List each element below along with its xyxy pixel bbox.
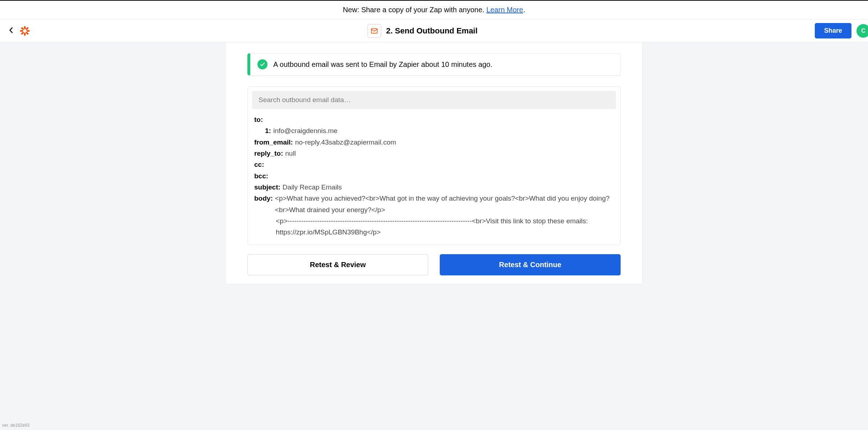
data-key: subject:	[254, 182, 280, 193]
data-list: to: 1: info@craigdennis.me from_email: n…	[252, 109, 616, 240]
data-key: cc:	[254, 159, 264, 170]
announcement-suffix: .	[523, 6, 525, 14]
svg-rect-6	[21, 27, 24, 30]
svg-rect-0	[24, 26, 26, 29]
svg-rect-7	[26, 31, 29, 35]
data-value: Daily Recap Emails	[283, 182, 342, 193]
data-key: reply_to:	[254, 148, 283, 159]
action-buttons: Retest & Review Retest & Continue	[247, 254, 621, 275]
avatar[interactable]: C	[856, 24, 868, 38]
data-value: null	[285, 148, 296, 159]
data-row-bcc: bcc:	[254, 170, 614, 182]
data-key: bcc:	[254, 170, 268, 182]
share-button[interactable]: Share	[815, 23, 851, 38]
data-row-from-email: from_email: no-reply.43sabz@zapiermail.c…	[254, 137, 614, 148]
data-key: body:	[254, 193, 273, 215]
svg-rect-3	[27, 30, 30, 32]
check-circle-icon	[257, 59, 268, 69]
announcement-text: New: Share a copy of your Zap with anyon…	[343, 6, 486, 14]
step-title: 2. Send Outbound Email	[386, 26, 478, 36]
data-value: <p>What have you achieved?<br>What got i…	[275, 193, 614, 215]
svg-rect-1	[24, 32, 26, 36]
data-row-subject: subject: Daily Recap Emails	[254, 182, 614, 193]
email-app-icon	[367, 24, 381, 38]
test-data-panel: to: 1: info@craigdennis.me from_email: n…	[247, 86, 621, 245]
success-message: A outbound email was sent to Email by Za…	[273, 60, 492, 69]
data-key: 1:	[265, 125, 271, 136]
data-value: no-reply.43sabz@zapiermail.com	[295, 137, 396, 148]
retest-continue-button[interactable]: Retest & Continue	[440, 254, 621, 275]
success-banner: A outbound email was sent to Email by Za…	[247, 53, 621, 76]
retest-review-button[interactable]: Retest & Review	[247, 254, 428, 275]
svg-rect-5	[21, 31, 24, 35]
data-row-body: body: <p>What have you achieved?<br>What…	[254, 193, 614, 238]
data-row-to-1: 1: info@craigdennis.me	[254, 125, 614, 136]
data-row-cc: cc:	[254, 159, 614, 170]
search-input[interactable]	[252, 91, 616, 109]
zapier-logo-icon[interactable]	[19, 26, 30, 36]
data-key: from_email:	[254, 137, 293, 148]
step-panel: A outbound email was sent to Email by Za…	[225, 42, 643, 284]
data-row-to: to:	[254, 114, 614, 125]
announcement-link[interactable]: Learn More	[486, 6, 523, 14]
svg-rect-4	[26, 27, 29, 30]
data-row-reply-to: reply_to: null	[254, 148, 614, 159]
data-value: info@craigdennis.me	[273, 125, 338, 136]
app-header: 2. Send Outbound Email Share C	[0, 19, 868, 42]
svg-rect-2	[20, 30, 23, 32]
data-value: <p>-------------------------------------…	[254, 215, 614, 238]
announcement-banner: New: Share a copy of your Zap with anyon…	[0, 0, 868, 19]
back-chevron-icon[interactable]	[8, 26, 14, 36]
data-key: to:	[254, 114, 263, 125]
